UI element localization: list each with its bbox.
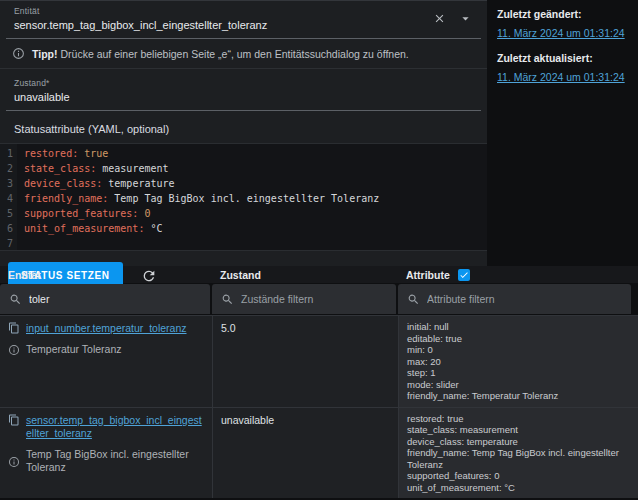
entity-friendly-name-row: Temp Tag BigBox incl. eingestellter Tole…	[8, 448, 204, 475]
yaml-line: 3device_class: temperature	[0, 176, 487, 191]
yaml-editor[interactable]: 1restored: true 2state_class: measuremen…	[0, 143, 487, 251]
entity-filter[interactable]	[0, 284, 210, 314]
search-icon	[407, 293, 420, 306]
state-field-label: Zustand*	[14, 78, 473, 88]
attribute-line: friendly_name: Temp Tag BigBox incl. ein…	[407, 447, 630, 470]
attributes-cell: restored: true state_class: measurement …	[398, 408, 638, 499]
column-header-attributes[interactable]: Attribute	[398, 269, 638, 281]
yaml-line: 6unit_of_measurement: °C	[0, 221, 487, 236]
entity-combobox[interactable]: Entität sensor.temp_tag_bigbox_incl_eing…	[6, 1, 481, 39]
copy-entity-id-icon[interactable]	[8, 322, 20, 334]
state-filter-input[interactable]	[241, 293, 387, 305]
attributes-filter-input[interactable]	[427, 293, 622, 305]
state-filter[interactable]	[212, 284, 396, 314]
info-icon	[12, 47, 25, 60]
entity-cell: sensor.temp_tag_bigbox_incl_eingestellte…	[0, 408, 212, 499]
tip-banner: Tipp!Drücke auf einer beliebigen Seite „…	[0, 39, 487, 69]
state-cell: 5.0	[212, 316, 398, 407]
clear-icon[interactable]	[433, 12, 446, 25]
entity-field-label: Entität	[14, 6, 473, 16]
yaml-line: 1restored: true	[0, 146, 487, 161]
last-changed-label: Zuletzt geändert:	[497, 8, 638, 20]
line-number: 6	[0, 221, 17, 236]
states-table: Entität Zustand Attribute	[0, 266, 638, 498]
attributes-label: Statusattribute (YAML, optional)	[0, 111, 487, 143]
entity-friendly-name: Temp Tag BigBox incl. eingestellter Tole…	[26, 448, 204, 475]
attribute-line: step: 1	[407, 367, 630, 379]
table-row: sensor.temp_tag_bigbox_incl_eingestellte…	[0, 407, 638, 499]
attributes-cell: initial: null editable: true min: 0 max:…	[398, 316, 638, 407]
attribute-line: state_class: measurement	[407, 424, 630, 436]
column-header-state[interactable]: Zustand	[212, 269, 398, 281]
line-number: 5	[0, 206, 17, 221]
attribute-line: supported_features: 0	[407, 470, 630, 482]
column-header-entity[interactable]: Entität	[0, 269, 212, 281]
attribute-line: editable: true	[407, 333, 630, 345]
attribute-line: restored: true	[407, 413, 630, 425]
last-updated-link[interactable]: 11. März 2024 um 01:31:24	[497, 71, 625, 83]
line-number: 4	[0, 191, 17, 206]
state-input[interactable]: Zustand* unavailable	[6, 73, 481, 111]
line-number: 7	[0, 236, 17, 251]
line-number: 2	[0, 161, 17, 176]
entity-cell: input_number.temperatur_toleranz Tempera…	[0, 316, 212, 407]
copy-entity-id-icon[interactable]	[8, 414, 20, 426]
info-icon	[8, 343, 20, 357]
last-changed-panel: Zuletzt geändert: 11. März 2024 um 01:31…	[487, 0, 638, 266]
entity-id-link[interactable]: input_number.temperatur_toleranz	[26, 322, 187, 336]
entity-friendly-name-row: Temperatur Toleranz	[8, 343, 204, 357]
set-state-section: Entität sensor.temp_tag_bigbox_incl_eing…	[0, 0, 638, 266]
entity-field-value[interactable]: sensor.temp_tag_bigbox_incl_eingestellte…	[14, 19, 473, 31]
attribute-line: device_class: temperature	[407, 436, 630, 448]
search-icon	[221, 293, 234, 306]
line-number: 1	[0, 146, 17, 161]
search-icon	[9, 293, 22, 306]
attribute-line: unit_of_measurement: °C	[407, 482, 630, 494]
yaml-line: 2state_class: measurement	[0, 161, 487, 176]
attribute-line: friendly_name: Temperatur Toleranz	[407, 390, 630, 402]
chevron-down-icon[interactable]	[458, 11, 473, 26]
table-header-row: Entität Zustand Attribute	[0, 266, 638, 283]
last-updated-label: Zuletzt aktualisiert:	[497, 52, 638, 64]
attribute-line: mode: slider	[407, 379, 630, 391]
entity-filter-input[interactable]	[29, 293, 201, 305]
attribute-line: min: 0	[407, 344, 630, 356]
yaml-line: 5supported_features: 0	[0, 206, 487, 221]
attributes-checkbox[interactable]	[458, 269, 470, 281]
line-number: 3	[0, 176, 17, 191]
table-row: input_number.temperatur_toleranz Tempera…	[0, 315, 638, 407]
entity-field-icons	[433, 11, 473, 26]
tip-bold: Tipp!	[32, 48, 57, 60]
info-icon	[8, 448, 20, 475]
last-changed-link[interactable]: 11. März 2024 um 01:31:24	[497, 27, 625, 39]
set-state-panel: Entität sensor.temp_tag_bigbox_incl_eing…	[0, 0, 487, 266]
tip-text: Tipp!Drücke auf einer beliebigen Seite „…	[32, 48, 409, 60]
attribute-line: max: 20	[407, 356, 630, 368]
yaml-line: 7	[0, 236, 487, 251]
attribute-line: initial: null	[407, 321, 630, 333]
state-field-value[interactable]: unavailable	[14, 91, 473, 103]
state-cell: unavailable	[212, 408, 398, 499]
table-filter-row	[0, 283, 638, 315]
entity-friendly-name: Temperatur Toleranz	[26, 343, 122, 357]
entity-id-link[interactable]: sensor.temp_tag_bigbox_incl_eingestellte…	[26, 414, 204, 441]
yaml-line: 4friendly_name: Temp Tag BigBox incl. ei…	[0, 191, 487, 206]
attributes-filter[interactable]	[398, 284, 631, 314]
